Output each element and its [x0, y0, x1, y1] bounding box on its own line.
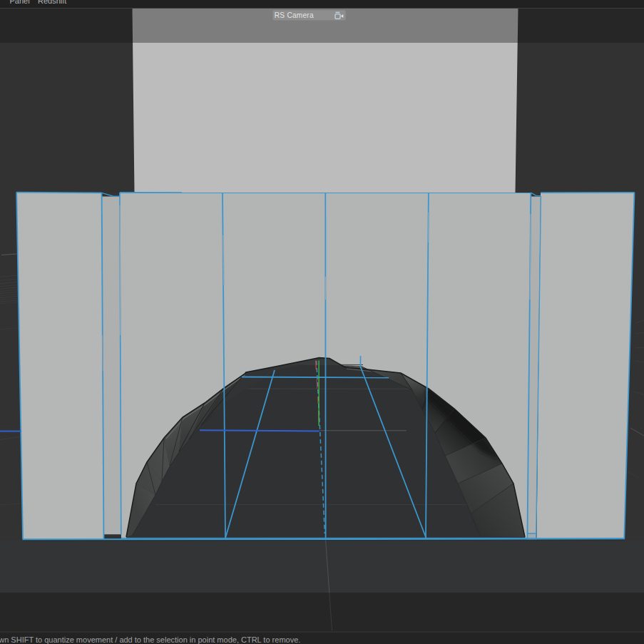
svg-text:down SHIFT to quantize movemen: down SHIFT to quantize movement / add to… [0, 635, 300, 644]
svg-text:Redshift: Redshift [38, 0, 66, 5]
svg-text:Panel: Panel [10, 0, 30, 5]
svg-text:RS Camera: RS Camera [275, 11, 314, 19]
